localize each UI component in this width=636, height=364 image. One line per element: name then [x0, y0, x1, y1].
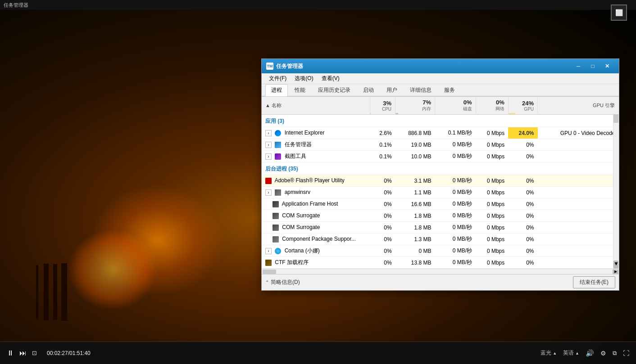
- process-name-comsurrogate1[interactable]: COM Surrogate: [262, 210, 370, 222]
- process-name-appframehost[interactable]: Application Frame Host: [262, 198, 370, 210]
- network-comsurrogate1: 0 Mbps: [476, 210, 508, 222]
- table-row[interactable]: Application Frame Host 0% 16.6 MB 0 MB/秒…: [262, 198, 619, 210]
- network-ctf: 0 Mbps: [476, 257, 508, 269]
- window-titlebar[interactable]: TM 任务管理器 ─ □ ✕: [262, 59, 619, 73]
- player-bar: ⏸ ⏭ ⊡ 00:02:27/01:51:40 蓝光 ▲ 英语 ▲ 🔊 ⚙ ⧉ …: [0, 342, 636, 364]
- disk-comsurrogate2: 0 MB/秒: [435, 222, 476, 234]
- col-header-cpu[interactable]: 3% CPU: [370, 97, 395, 115]
- gpu-taskman: 0%: [508, 139, 537, 151]
- expand-arrow-taskman[interactable]: ›: [265, 142, 272, 148]
- memory-adobe: 3.1 MB: [395, 175, 435, 187]
- process-name-taskman[interactable]: › 任务管理器: [262, 139, 370, 151]
- tabs-bar: 进程 性能 应用历史记录 启动 用户 详细信息 服务: [262, 84, 619, 97]
- table-row[interactable]: › Cortana (小娜) 0% 0 MB 0 MB/秒 0 Mbps 0%: [262, 245, 619, 257]
- tab-users[interactable]: 用户: [381, 84, 403, 96]
- scrollbar-horizontal[interactable]: ▶: [262, 269, 619, 274]
- gpu-engine-snip: [538, 151, 619, 162]
- disk-ctf: 0 MB/秒: [435, 257, 476, 269]
- process-name-cortana[interactable]: › Cortana (小娜): [262, 245, 370, 257]
- summary-info-button[interactable]: ⌃ 简略信息(D): [265, 279, 300, 286]
- memory-snip: 10.0 MB: [395, 151, 435, 162]
- disk-cortana: 0 MB/秒: [435, 245, 476, 257]
- process-name-ie[interactable]: › Internet Explorer: [262, 127, 370, 139]
- col-header-memory[interactable]: 7% 内存: [395, 97, 435, 115]
- scrollbar-vertical[interactable]: ▲ ▼: [613, 97, 619, 269]
- language-button[interactable]: 英语 ▲: [563, 349, 579, 357]
- process-table: ▲ 名称 3% CPU 7% 内存 0% 磁盘: [262, 97, 619, 269]
- window-controls: ─ □ ✕: [571, 59, 614, 73]
- close-button[interactable]: ✕: [600, 59, 614, 73]
- cpu-taskman: 0.1%: [370, 139, 395, 151]
- gpu-engine-comsurrogate1: [538, 210, 619, 222]
- col-header-name[interactable]: ▲ 名称: [262, 97, 370, 115]
- fullscreen-button[interactable]: ⛶: [623, 350, 629, 357]
- gpu-apmwinsrv: 0%: [508, 187, 537, 198]
- bottom-bar: ⌃ 简略信息(D) 结束任务(E): [262, 274, 619, 290]
- table-row[interactable]: › 截图工具 0.1% 10.0 MB 0 MB/秒 0 Mbps 0%: [262, 151, 619, 162]
- menu-view[interactable]: 查看(V): [318, 74, 343, 83]
- settings-button[interactable]: ⚙: [600, 350, 606, 357]
- end-task-button[interactable]: 结束任务(E): [573, 276, 615, 288]
- gpu-engine-apmwinsrv: [538, 187, 619, 198]
- process-name-apmwinsrv[interactable]: › apmwinsrv: [262, 187, 370, 198]
- icon-comsurrogate1: [273, 213, 279, 219]
- tab-processes[interactable]: 进程: [265, 84, 288, 96]
- tab-services[interactable]: 服务: [438, 84, 461, 96]
- volume-button[interactable]: 🔊: [586, 349, 594, 357]
- menu-file[interactable]: 文件(F): [265, 74, 290, 83]
- table-row[interactable]: › Internet Explorer 2.6% 886.8 MB 0.1 MB…: [262, 127, 619, 139]
- tab-details[interactable]: 详细信息: [404, 84, 437, 96]
- process-name-comsurrogate2[interactable]: COM Surrogate: [262, 222, 370, 234]
- disk-apmwinsrv: 0 MB/秒: [435, 187, 476, 198]
- window-icon: TM: [266, 63, 273, 70]
- memory-cortana: 0 MB: [395, 245, 435, 257]
- expand-arrow-snip[interactable]: ›: [265, 153, 272, 160]
- expand-arrow-cortana[interactable]: ›: [265, 248, 272, 254]
- col-header-disk[interactable]: 0% 磁盘: [435, 97, 476, 115]
- scrollbar-down-arrow[interactable]: ▼: [613, 261, 618, 269]
- play-pause-button[interactable]: ⏸: [7, 349, 14, 357]
- col-header-gpu-engine[interactable]: GPU 引擎: [538, 97, 619, 115]
- table-row[interactable]: Component Package Suppor... 0% 1.3 MB 0 …: [262, 234, 619, 245]
- expand-arrow-apmwinsrv[interactable]: ›: [265, 189, 272, 196]
- menu-bar: 文件(F) 选项(O) 查看(V): [262, 73, 619, 84]
- minimize-button[interactable]: ─: [571, 59, 586, 73]
- section-apps: 应用 (3): [262, 115, 619, 127]
- table-row[interactable]: CTF 加载程序 0% 13.8 MB 0 MB/秒 0 Mbps 0%: [262, 257, 619, 269]
- icon-ctf: [265, 260, 272, 266]
- icon-ie: [275, 130, 281, 136]
- gpu-comsurrogate2: 0%: [508, 222, 537, 234]
- pip-button[interactable]: ⧉: [613, 350, 617, 357]
- memory-componentpkg: 1.3 MB: [395, 234, 435, 245]
- table-row[interactable]: COM Surrogate 0% 1.8 MB 0 MB/秒 0 Mbps 0%: [262, 210, 619, 222]
- disk-snip: 0 MB/秒: [435, 151, 476, 162]
- tab-app-history[interactable]: 应用历史记录: [312, 84, 356, 96]
- menu-options[interactable]: 选项(O): [291, 74, 317, 83]
- process-table-container[interactable]: ▲ 名称 3% CPU 7% 内存 0% 磁盘: [262, 97, 619, 269]
- maximize-button[interactable]: □: [586, 59, 600, 73]
- tab-startup[interactable]: 启动: [357, 84, 380, 96]
- col-header-network[interactable]: 0% 网络: [476, 97, 508, 115]
- table-row[interactable]: › 任务管理器 0.1% 19.0 MB 0 MB/秒 0 Mbps 0%: [262, 139, 619, 151]
- subtitle-button[interactable]: ⊡: [32, 350, 37, 356]
- tab-performance[interactable]: 性能: [289, 84, 311, 96]
- disk-ie: 0.1 MB/秒: [435, 127, 476, 139]
- process-name-adobe[interactable]: Adobe® Flash® Player Utility: [262, 175, 370, 187]
- task-manager-window: TM 任务管理器 ─ □ ✕ 文件(F) 选项(O) 查看(V) 进程 性能 应…: [261, 58, 619, 291]
- table-row[interactable]: Adobe® Flash® Player Utility 0% 3.1 MB 0…: [262, 175, 619, 187]
- table-row[interactable]: › apmwinsrv 0% 1.1 MB 0 MB/秒 0 Mbps 0%: [262, 187, 619, 198]
- audio-quality-button[interactable]: 蓝光 ▲: [541, 349, 557, 357]
- process-name-ctf[interactable]: CTF 加载程序: [262, 257, 370, 269]
- hscroll-thumb[interactable]: [263, 270, 276, 274]
- top-bar-text: 任务管理器: [4, 2, 28, 9]
- cpu-adobe: 0%: [370, 175, 395, 187]
- process-name-componentpkg[interactable]: Component Package Suppor...: [262, 234, 370, 245]
- player-right-controls: 蓝光 ▲ 英语 ▲ 🔊 ⚙ ⧉ ⛶: [541, 349, 629, 357]
- table-row[interactable]: COM Surrogate 0% 1.8 MB 0 MB/秒 0 Mbps 0%: [262, 222, 619, 234]
- process-name-snip[interactable]: › 截图工具: [262, 151, 370, 162]
- next-button[interactable]: ⏭: [19, 349, 27, 357]
- restore-button[interactable]: ⬜: [611, 4, 627, 21]
- hscroll-right-arrow[interactable]: ▶: [613, 270, 618, 274]
- col-header-gpu[interactable]: 24% GPU: [508, 97, 537, 115]
- expand-arrow-ie[interactable]: ›: [265, 130, 272, 136]
